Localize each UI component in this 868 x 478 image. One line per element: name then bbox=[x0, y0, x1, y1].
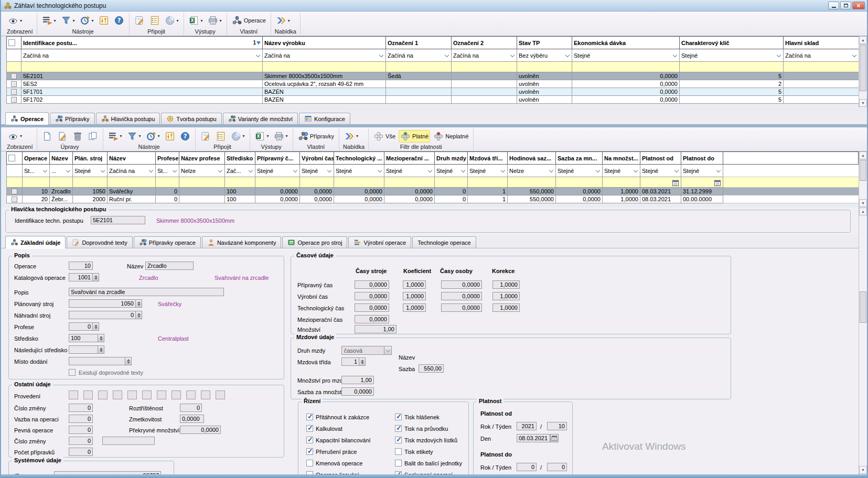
doc-edit-button[interactable] bbox=[56, 131, 69, 142]
cell-mezioperacni[interactable]: 0,0000 bbox=[384, 188, 435, 195]
eye-button[interactable]: ▾ bbox=[7, 15, 23, 26]
column-header-nazev[interactable]: Název bbox=[50, 152, 73, 165]
filter-dropdown-profese[interactable]: St... bbox=[156, 165, 179, 177]
katalog-spinner[interactable] bbox=[92, 273, 99, 281]
cell-pripravny-c[interactable]: 0,0000 bbox=[255, 195, 300, 203]
cell-stav-tp[interactable]: uvolněn bbox=[517, 88, 572, 96]
clock-button[interactable]: ▾ bbox=[145, 131, 161, 142]
filter-dropdown-na-mnozst[interactable]: Stejné bbox=[603, 165, 640, 177]
search-input-druh-mzdy[interactable] bbox=[435, 177, 468, 188]
search-input-nazev-vyrobku[interactable] bbox=[263, 62, 386, 72]
cell-nazev-vyrobku[interactable]: BAZÉN bbox=[263, 88, 386, 96]
popis-field[interactable]: Svařování na zrcadle bbox=[69, 288, 224, 296]
cislo-zmeny-field[interactable]: 0 bbox=[69, 404, 93, 412]
scroll-down-icon[interactable]: ▼ bbox=[859, 199, 867, 207]
search-input-vyrobni-cas[interactable] bbox=[300, 177, 334, 188]
column-header-pripravny-c[interactable]: Přípravný č... bbox=[255, 152, 300, 165]
vyrobni-korekce-field[interactable]: 1,0000 bbox=[492, 292, 520, 300]
search-input-na-mnozst[interactable] bbox=[603, 177, 640, 188]
list-config-button[interactable]: ▾ bbox=[107, 131, 123, 142]
grid-row-3[interactable]: 5F1701BAZÉNuvolněn0,00005 bbox=[7, 88, 859, 96]
cell-stredisko[interactable]: 100 bbox=[225, 188, 255, 195]
column-header-charakterovy-klic[interactable]: Charakterový klíč bbox=[680, 37, 784, 49]
column-header-vyrobni-cas[interactable]: Výrobní čas bbox=[300, 152, 334, 165]
provedeni-box-11[interactable] bbox=[216, 390, 225, 399]
cell-pripravny-c[interactable]: 0,0000 bbox=[255, 188, 300, 195]
filter-dropdown-technologicky[interactable]: Stejné bbox=[334, 165, 384, 177]
misto-dodani-field[interactable] bbox=[69, 357, 125, 365]
note-edit-button[interactable] bbox=[133, 15, 146, 26]
printer-button[interactable]: ▾ bbox=[207, 15, 223, 26]
column-header-stav-tp[interactable]: Stav TP bbox=[517, 37, 572, 49]
tab-navazane-komponenty[interactable]: Navázané komponenty bbox=[202, 236, 282, 248]
cell-ekonomicka-davka[interactable]: 0,0000 bbox=[572, 96, 680, 104]
doc-copy-button[interactable] bbox=[87, 131, 99, 142]
profese-field[interactable]: 0 bbox=[69, 322, 93, 331]
filter-dropdown-hodinova-saz[interactable]: Nelze bbox=[508, 165, 556, 177]
pripravny-korekce-field[interactable]: 1,0000 bbox=[492, 280, 520, 289]
sliders-button[interactable] bbox=[164, 131, 176, 142]
column-header-platnost-do[interactable]: Platnost do bbox=[681, 152, 723, 165]
column-header-nazev[interactable]: Název bbox=[108, 152, 156, 165]
kmenova-operace-checkbox[interactable] bbox=[306, 460, 313, 466]
column-header-oznaceni-2[interactable]: Označení 2 bbox=[452, 37, 517, 49]
filter-dropdown-charakterovy-klic[interactable]: Stejné bbox=[680, 49, 784, 62]
doc-new-button[interactable] bbox=[41, 131, 53, 142]
filter-dropdown-nazev-profese[interactable]: Nelze bbox=[179, 165, 225, 177]
tab-technologie-operace[interactable]: Technologie operace bbox=[412, 236, 476, 248]
scroll-thumb[interactable] bbox=[860, 45, 866, 91]
stredisko-field[interactable]: 100 bbox=[69, 334, 98, 342]
vyrobni-osoby-field[interactable]: 0,0000 bbox=[441, 292, 482, 300]
search-input-mezioperacni[interactable] bbox=[384, 177, 435, 188]
search-input-nazev-profese[interactable] bbox=[179, 177, 225, 188]
technologicky-osoby-field[interactable]: 0,0000 bbox=[441, 303, 482, 312]
cell-mzdova-tri[interactable]: 1 bbox=[468, 188, 508, 195]
search-input-pripravny-c[interactable] bbox=[255, 177, 300, 188]
cell-nazev[interactable]: Zrcadlo bbox=[50, 188, 73, 195]
platnost-den-field[interactable]: 08.03.2021 bbox=[517, 434, 550, 442]
search-input-hodinova-saz[interactable] bbox=[508, 177, 556, 188]
scroll-down-icon[interactable]: ▼ bbox=[859, 99, 867, 107]
pripravny-stroje-field[interactable]: 0,0000 bbox=[355, 280, 389, 289]
cell-oznaceni-2[interactable] bbox=[452, 80, 517, 88]
cell-technologicky[interactable]: 0,0000 bbox=[334, 188, 384, 195]
cell-hodinova-saz[interactable]: 550,0000 bbox=[508, 188, 556, 195]
clock-button[interactable]: ▾ bbox=[79, 15, 95, 26]
close-button[interactable]: × bbox=[852, 2, 865, 9]
cell-nazev[interactable]: Žebr... bbox=[50, 195, 73, 203]
scroll-thumb[interactable] bbox=[860, 291, 866, 323]
column-header-nazev-profese[interactable]: Název profese bbox=[179, 152, 225, 165]
roztristenost-field[interactable]: 0 bbox=[180, 404, 202, 412]
cell-sazba-za-mn[interactable]: 0,0000 bbox=[556, 188, 603, 195]
search-input-operace[interactable] bbox=[23, 177, 50, 188]
nazev-field[interactable]: Zrcadlo bbox=[145, 262, 194, 270]
column-header-oznaceni-1[interactable]: Označení 1 bbox=[386, 37, 452, 49]
pripravny-osoby-field[interactable]: 0,0000 bbox=[441, 280, 482, 289]
filter-dropdown-oznaceni-2[interactable]: Začíná na bbox=[452, 49, 517, 62]
cislo-zmeny2-field[interactable]: 0 bbox=[69, 437, 93, 445]
row-select-box[interactable] bbox=[11, 81, 17, 87]
cell-charakterovy-klic[interactable]: 2 bbox=[680, 80, 784, 88]
technologicky-stroje-field[interactable]: 0,0000 bbox=[355, 303, 389, 312]
provedeni-box-1[interactable] bbox=[69, 390, 78, 399]
cell-oznaceni-1[interactable]: Šedá bbox=[386, 72, 452, 80]
filter-dropdown-stav-tp[interactable]: Bez výběru bbox=[517, 49, 572, 62]
filter-dropdown-nazev-vyrobku[interactable]: Začíná na bbox=[263, 49, 386, 62]
operations-grid-scrollbar[interactable]: ▲ ▼ bbox=[859, 151, 867, 208]
search-input-nazev[interactable] bbox=[50, 177, 73, 188]
cell-charakterovy-klic[interactable]: 5 bbox=[680, 88, 784, 96]
cell-platnost-do[interactable]: 31.12.2999 bbox=[681, 188, 723, 195]
cell-identifikace-postu[interactable]: 5ES2 bbox=[22, 80, 263, 88]
tab-doprovodne-texty[interactable]: Doprovodné texty bbox=[67, 236, 132, 248]
provedeni-box-3[interactable] bbox=[98, 390, 108, 399]
preruseni-prace-checkbox[interactable] bbox=[306, 448, 313, 455]
search-input-stav-tp[interactable] bbox=[517, 62, 572, 72]
grid-row-1[interactable]: 5E2101Skimmer 8000x3500x1500mmŠedáuvolně… bbox=[7, 72, 859, 80]
select-all-checkbox[interactable] bbox=[8, 39, 15, 46]
column-header-ekonomicka-davka[interactable]: Ekonomická dávka bbox=[572, 37, 680, 49]
tab-varianty-dle-mnozstvi[interactable]: Varianty dle množství bbox=[223, 113, 298, 124]
column-header-platnost-od[interactable]: Platnost od bbox=[640, 152, 681, 165]
tab-operace-pro-stroj[interactable]: Operace pro stroj bbox=[282, 236, 347, 248]
cell-nazev-vyrobku[interactable]: Ocelová ucpávka 2", rozsah 49-62 mm bbox=[263, 80, 386, 88]
search-input-nazev[interactable] bbox=[108, 177, 156, 188]
